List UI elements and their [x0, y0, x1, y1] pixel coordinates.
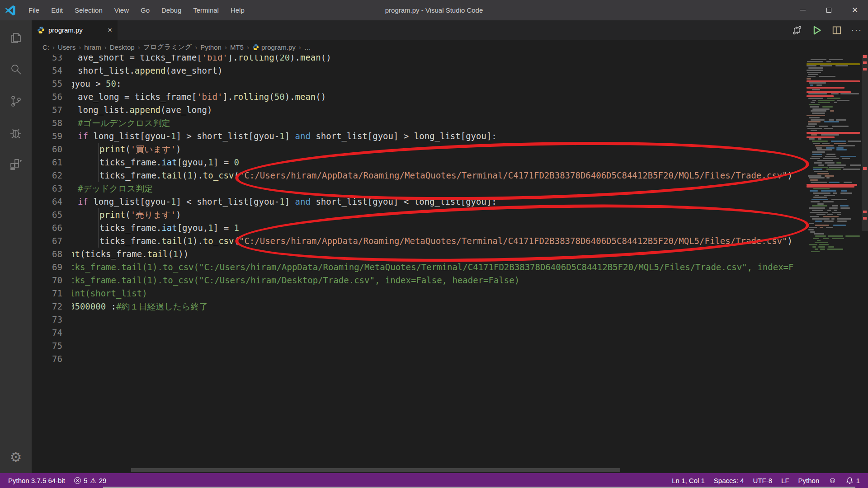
line-number: 56 [32, 90, 62, 103]
line-number: 62 [32, 169, 62, 182]
window-controls: ✕ [789, 0, 868, 20]
notification-count: 1 [856, 477, 860, 484]
extensions-icon[interactable] [0, 150, 32, 178]
search-icon[interactable] [0, 56, 32, 84]
menu-selection[interactable]: Selection [69, 4, 108, 16]
eol-status[interactable]: LF [777, 473, 794, 488]
problems-status[interactable]: ✕ 5 ⚠ 29 [70, 473, 111, 488]
manage-gear-icon[interactable]: ⚙ [0, 449, 32, 465]
titlebar: FileEditSelectionViewGoDebugTerminalHelp… [0, 0, 868, 20]
menu-help[interactable]: Help [225, 4, 250, 16]
breadcrumb-item-C[interactable]: C: [42, 43, 49, 51]
error-count: 5 [84, 477, 87, 484]
cursor-position-status[interactable]: Ln 1, Col 1 [667, 473, 709, 488]
code-line-72[interactable]: 723500000 :#約１日経過したら終了 [32, 300, 868, 313]
menu-go[interactable]: Go [135, 4, 156, 16]
breadcrumb-separator: › [75, 43, 84, 51]
code-line-56[interactable]: 56ave_long = ticks_frame['bid'].rolling(… [32, 90, 868, 103]
code-editor[interactable]: 53ave_short = ticks_frame['bid'].rolling… [32, 55, 868, 473]
close-button[interactable]: ✕ [842, 0, 868, 20]
line-number: 72 [32, 300, 62, 313]
split-editor-icon[interactable] [829, 23, 844, 38]
line-number: 73 [32, 313, 62, 326]
code-line-57[interactable]: 57long_list.append(ave_long) [32, 103, 868, 117]
notifications-bell[interactable]: 1 [841, 473, 864, 488]
breadcrumb-separator: › [192, 43, 200, 51]
line-number: 60 [32, 143, 62, 156]
activity-bar: ⚙ [0, 20, 32, 473]
breadcrumb-item-more[interactable]: … [304, 43, 311, 51]
code-line-69[interactable]: 69cks_frame.tail(1).to_csv("C:/Users/hir… [32, 261, 868, 274]
code-line-70[interactable]: 70cks_frame.tail(1).to_csv("C:/Users/hir… [32, 274, 868, 287]
python-file-icon [252, 44, 259, 51]
breadcrumb: C:›Users›hiram›Desktop›プログラミング›Python›MT… [32, 40, 868, 55]
code-line-62[interactable]: 62ticks_frame.tail(1).to_csv("C:/Users/h… [32, 169, 868, 182]
encoding-status[interactable]: UTF-8 [749, 473, 777, 488]
minimize-button[interactable] [789, 0, 816, 20]
menu-edit[interactable]: Edit [45, 4, 69, 16]
breadcrumb-item-hiram[interactable]: hiram [84, 43, 101, 51]
tab-close-icon[interactable]: × [108, 26, 112, 35]
indent-guide [98, 156, 99, 169]
menu-view[interactable]: View [108, 4, 135, 16]
menu-file[interactable]: File [23, 4, 45, 16]
code-line-58[interactable]: 58#ゴールデンクロス判定 [32, 117, 868, 130]
code-line-63[interactable]: 63#デッドクロス判定 [32, 182, 868, 195]
tab-program-py[interactable]: program.py × [32, 20, 118, 40]
window-title: program.py - Visual Studio Code [385, 6, 483, 14]
code-line-54[interactable]: 54short_list.append(ave_short) [32, 64, 868, 77]
horizontal-scrollbar[interactable] [131, 468, 620, 472]
breadcrumb-item-programpy[interactable]: program.py [252, 43, 296, 51]
breadcrumb-item-MT5[interactable]: MT5 [230, 43, 244, 51]
language-mode-status[interactable]: Python [794, 473, 824, 488]
indent-guide [98, 235, 99, 248]
breadcrumb-separator: › [135, 43, 143, 51]
breadcrumb-item-Users[interactable]: Users [58, 43, 75, 51]
line-number: 61 [32, 156, 62, 169]
source-control-icon[interactable] [0, 87, 32, 115]
open-changes-icon[interactable] [789, 23, 805, 38]
feedback-smiley-icon[interactable]: ☺ [824, 473, 841, 488]
menu-debug[interactable]: Debug [156, 4, 187, 16]
vscode-logo [5, 5, 16, 16]
code-line-59[interactable]: 59if long_list[gyou-1] > short_list[gyou… [32, 130, 868, 143]
line-number: 57 [32, 103, 62, 117]
debug-icon[interactable] [0, 119, 32, 147]
explorer-icon[interactable] [0, 24, 32, 52]
line-number: 68 [32, 248, 62, 261]
restore-button[interactable] [816, 0, 842, 20]
code-line-71[interactable]: 71int(short_list) [32, 287, 868, 300]
code-line-60[interactable]: 60print('買います') [32, 143, 868, 156]
code-line-64[interactable]: 64if long_list[gyou-1] < short_list[gyou… [32, 195, 868, 208]
menu-terminal[interactable]: Terminal [187, 4, 225, 16]
line-number: 74 [32, 326, 62, 339]
editor-actions: ··· [789, 20, 864, 40]
code-line-74[interactable]: 74 [32, 326, 868, 339]
minimap[interactable] [805, 55, 861, 473]
breadcrumb-item-more[interactable]: プログラミング [143, 43, 192, 52]
breadcrumb-item-Python[interactable]: Python [200, 43, 222, 51]
line-number: 65 [32, 208, 62, 221]
code-line-55[interactable]: 55gyou > 50: [32, 77, 868, 90]
code-line-61[interactable]: 61ticks_frame.iat[gyou,1] = 0 [32, 156, 868, 169]
line-number: 64 [32, 195, 62, 208]
run-python-file-icon[interactable] [809, 23, 825, 38]
code-line-73[interactable]: 73 [32, 313, 868, 326]
bell-icon [846, 477, 854, 484]
code-line-53[interactable]: 53ave_short = ticks_frame['bid'].rolling… [32, 55, 868, 64]
indentation-status[interactable]: Spaces: 4 [709, 473, 749, 488]
code-line-65[interactable]: 65print('売ります') [32, 208, 868, 221]
code-line-76[interactable]: 76 [32, 352, 868, 366]
vscode-window: FileEditSelectionViewGoDebugTerminalHelp… [0, 0, 868, 488]
vertical-scrollbar[interactable] [862, 55, 868, 231]
python-interpreter-status[interactable]: Python 3.7.5 64-bit [4, 473, 70, 488]
code-line-75[interactable]: 75 [32, 339, 868, 352]
indent-guide [98, 143, 99, 156]
status-bar: Python 3.7.5 64-bit ✕ 5 ⚠ 29 Ln 1, Col 1… [0, 473, 868, 488]
code-line-68[interactable]: 68nt(ticks_frame.tail(1)) [32, 248, 868, 261]
breadcrumb-item-Desktop[interactable]: Desktop [110, 43, 135, 51]
code-line-67[interactable]: 67ticks_frame.tail(1).to_csv("C:/Users/h… [32, 235, 868, 248]
code-line-66[interactable]: 66ticks_frame.iat[gyou,1] = 1 [32, 221, 868, 235]
line-number: 66 [32, 221, 62, 235]
more-actions-icon[interactable]: ··· [849, 23, 864, 38]
